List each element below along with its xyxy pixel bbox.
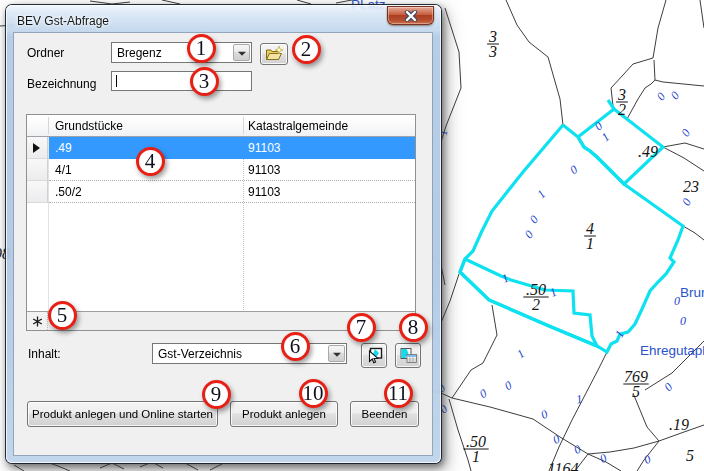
boundary-point-number: 0: [522, 228, 537, 242]
callout-7: 7: [347, 313, 376, 342]
parcel-fraction-denominator: 2: [532, 296, 540, 313]
cell-katastralgemeinde[interactable]: 91103: [248, 159, 280, 181]
boundary-point-number: 0: [642, 452, 653, 467]
inhalt-combobox-value: Gst-Verzeichnis: [158, 347, 242, 361]
callout-3: 3: [190, 67, 219, 96]
ordner-combobox[interactable]: Bregenz: [111, 42, 252, 63]
bezeichnung-input[interactable]: [111, 71, 252, 91]
parcel-boundary-line: [452, 305, 497, 398]
map-select-cursor-icon: [366, 347, 383, 364]
grid-row-header[interactable]: [27, 137, 48, 159]
street-name-label: Brunnen: [680, 285, 704, 300]
grid-row-header[interactable]: [27, 159, 48, 181]
grid-new-row-header: [27, 312, 48, 330]
grid-row-background: [49, 137, 415, 159]
parcel-boundary-line: [683, 226, 704, 240]
grid-row-.49[interactable]: .4991103: [27, 137, 415, 159]
beenden-button[interactable]: Beenden: [350, 401, 419, 427]
parcel-boundary-line: [441, 8, 461, 142]
current-row-arrow-icon: [33, 143, 40, 153]
parcel-boundary-line: [506, 0, 560, 99]
boundary-point-number: 0: [539, 407, 550, 422]
cell-grundstueck[interactable]: 4/1: [55, 159, 72, 181]
open-folder-button[interactable]: [260, 43, 288, 65]
boundary-point-number: 0: [551, 432, 562, 447]
boundary-point-number: 1: [514, 346, 527, 361]
cell-grundstueck[interactable]: .49: [55, 137, 72, 159]
boundary-point-number: 1: [599, 130, 613, 145]
parcel-boundary-line: [700, 0, 704, 28]
boundary-point-number: 1: [612, 328, 627, 340]
parcel-boundary-line: [297, 0, 311, 4]
callout-4: 4: [136, 147, 165, 176]
close-button[interactable]: [387, 6, 434, 25]
parcel-boundary-line: [654, 60, 704, 86]
parcel-boundary-line: [100, 463, 124, 469]
grid-header-katastralgemeinde[interactable]: Katastralgemeinde: [248, 115, 348, 136]
select-parcel-on-map-button[interactable]: [361, 343, 387, 368]
inhalt-dropdown-arrow[interactable]: [328, 345, 345, 362]
ordner-combobox-value: Bregenz: [117, 46, 162, 60]
callout-1: 1: [187, 34, 216, 63]
parcel-number-label: .19: [669, 416, 689, 433]
inhalt-label: Inhalt:: [28, 347, 61, 361]
ordner-label: Ordner: [27, 46, 64, 60]
grid-row-background: [49, 181, 415, 203]
cell-katastralgemeinde[interactable]: 91103: [248, 181, 280, 203]
cell-grundstueck[interactable]: .50/2: [55, 181, 82, 203]
grid-header-grundstuecke[interactable]: Grundstücke: [55, 115, 123, 136]
parcel-boundary-line: [663, 143, 704, 149]
boundary-point-number: 0: [654, 90, 669, 104]
boundary-point-number: 0: [527, 213, 542, 227]
new-row-asterisk-icon: [32, 316, 43, 327]
parcel-boundary-line: [336, 0, 352, 3]
parcel-boundary-line: [47, 462, 70, 471]
grid-header-row: Grundstücke Katastralgemeinde: [27, 115, 415, 137]
boundary-point-number: 1: [534, 187, 548, 201]
parcel-fraction-denominator: 5: [632, 383, 640, 400]
boundary-point-number: 0: [661, 380, 675, 394]
highlighted-parcel-boundary: [460, 259, 597, 346]
parcel-fraction-denominator: 3: [488, 43, 497, 60]
boundary-point-number: 0: [502, 378, 514, 393]
parcel-number-label: .49: [638, 143, 658, 160]
grid-row-.50/2[interactable]: .50/291103: [27, 181, 415, 203]
parcel-grid[interactable]: Grundstücke Katastralgemeinde .49911034/…: [26, 114, 416, 331]
boundary-point-number: 0: [567, 162, 580, 177]
grid-header-separator: [243, 117, 244, 134]
parcel-boundary-line: [663, 147, 704, 171]
cell-katastralgemeinde[interactable]: 91103: [248, 137, 280, 159]
boundary-point-number: 0: [678, 126, 693, 139]
grid-row-background: [49, 159, 415, 181]
parcel-boundary-line: [14, 465, 24, 471]
callout-11: 11: [384, 379, 413, 408]
text-cursor: [116, 75, 117, 87]
parcel-boundary-line: [560, 99, 563, 125]
copy-parcel-list-button[interactable]: [395, 343, 421, 368]
parcel-boundary-line: [627, 80, 655, 119]
callout-9: 9: [202, 380, 231, 409]
bezeichnung-label: Bezeichnung: [27, 77, 96, 91]
boundary-point-number: 1: [575, 392, 583, 407]
callout-2: 2: [292, 35, 321, 64]
grid-row-header[interactable]: [27, 181, 48, 203]
callout-5: 5: [48, 301, 77, 330]
window-title: BEV Gst-Abfrage: [17, 14, 109, 28]
inhalt-combobox[interactable]: Gst-Verzeichnis: [152, 343, 347, 364]
street-name-label: Ehregutaplatz: [640, 343, 704, 358]
callout-6: 6: [281, 332, 310, 361]
parcel-boundary-line: [633, 393, 659, 441]
parcel-boundary-line: [185, 463, 198, 470]
parcel-boundary-line: [440, 274, 459, 325]
screenshot: .4923.191164598333241.5027695.5010100001…: [0, 0, 704, 471]
grid-row-4/1[interactable]: 4/191103: [27, 159, 415, 181]
parcel-fraction-denominator: 2: [618, 101, 626, 118]
parcel-boundary-line: [90, 1, 130, 4]
parcel-number-label: 5: [686, 447, 694, 464]
ordner-dropdown-arrow[interactable]: [233, 44, 250, 61]
boundary-point-number: 0: [679, 196, 694, 208]
grid-row-separator: [49, 202, 415, 203]
create-and-start-online-button[interactable]: Produkt anlegen und Online starten: [27, 401, 218, 427]
callout-8: 8: [399, 313, 428, 342]
parcel-boundary-line: [452, 398, 533, 419]
